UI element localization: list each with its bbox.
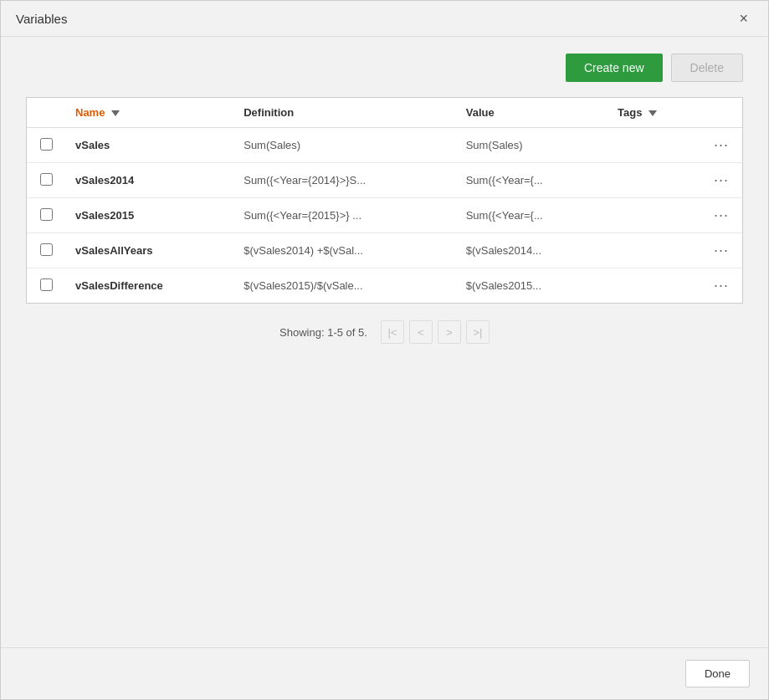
prev-page-button[interactable]: < — [409, 320, 433, 344]
row-more-button-1[interactable]: ··· — [710, 171, 732, 189]
row-checkbox-0[interactable] — [40, 138, 53, 151]
row-actions-cell: ··· — [700, 128, 742, 163]
dialog-body: Create new Delete Name Definition Value … — [1, 37, 768, 360]
table-header-row: Name Definition Value Tags — [27, 98, 742, 128]
header-name-col: Name — [65, 98, 233, 128]
row-actions-cell: ··· — [700, 268, 742, 304]
next-page-button[interactable]: > — [438, 320, 461, 344]
row-tags — [608, 233, 700, 268]
close-button[interactable]: × — [734, 9, 753, 28]
table-row: vSales2015Sum({<Year={2015}>} ...Sum({<Y… — [27, 198, 742, 233]
row-checkbox-cell — [27, 268, 65, 304]
table-row: vSales2014Sum({<Year={2014}>}S...Sum({<Y… — [27, 163, 742, 198]
toolbar: Create new Delete — [26, 54, 743, 82]
row-more-button-0[interactable]: ··· — [710, 136, 732, 154]
header-actions-col — [700, 98, 742, 128]
dialog-title: Variables — [16, 12, 67, 26]
table-row: vSalesDifference$(vSales2015)/$(vSale...… — [27, 268, 742, 304]
row-definition: Sum(Sales) — [233, 128, 455, 163]
row-definition: Sum({<Year={2015}>} ... — [233, 198, 455, 233]
row-value: Sum({<Year={... — [456, 163, 608, 198]
last-page-button[interactable]: >| — [466, 320, 490, 344]
first-page-button[interactable]: |< — [381, 320, 404, 344]
table-body: vSalesSum(Sales)Sum(Sales)···vSales2014S… — [27, 128, 742, 304]
pagination-text: Showing: 1-5 of 5. — [279, 326, 367, 339]
header-checkbox-col — [27, 98, 65, 128]
row-more-button-2[interactable]: ··· — [710, 207, 732, 224]
header-value-col: Value — [456, 98, 608, 128]
row-checkbox-2[interactable] — [40, 208, 53, 221]
row-checkbox-cell — [27, 233, 65, 268]
header-tags-col: Tags — [608, 98, 700, 128]
dialog-footer: Done — [1, 647, 768, 699]
dialog-header: Variables × — [1, 1, 768, 37]
pagination: Showing: 1-5 of 5. |< < > >| — [26, 320, 743, 344]
row-definition: $(vSales2014) +$(vSal... — [233, 233, 455, 268]
row-definition: Sum({<Year={2014}>}S... — [233, 163, 455, 198]
row-tags — [608, 163, 700, 198]
row-name: vSales — [65, 128, 233, 163]
tags-filter-icon[interactable] — [649, 110, 657, 116]
table-row: vSalesAllYears$(vSales2014) +$(vSal...$(… — [27, 233, 742, 268]
row-checkbox-cell — [27, 198, 65, 233]
row-value: $(vSales2014... — [456, 233, 608, 268]
variables-dialog: Variables × Create new Delete Name Defin… — [0, 0, 769, 700]
create-new-button[interactable]: Create new — [566, 54, 663, 82]
row-actions-cell: ··· — [700, 233, 742, 268]
row-more-button-4[interactable]: ··· — [710, 277, 732, 294]
row-value: Sum({<Year={... — [456, 198, 608, 233]
delete-button: Delete — [671, 54, 743, 82]
variables-table: Name Definition Value Tags vSalesSum(Sal… — [27, 98, 742, 303]
row-checkbox-3[interactable] — [40, 243, 53, 256]
row-name: vSalesAllYears — [65, 233, 233, 268]
row-value: Sum(Sales) — [456, 128, 608, 163]
row-actions-cell: ··· — [700, 198, 742, 233]
done-button[interactable]: Done — [685, 660, 750, 687]
row-tags — [608, 198, 700, 233]
row-name: vSalesDifference — [65, 268, 233, 304]
row-checkbox-1[interactable] — [40, 173, 53, 186]
row-name: vSales2014 — [65, 163, 233, 198]
row-checkbox-cell — [27, 128, 65, 163]
row-tags — [608, 128, 700, 163]
row-value: $(vSales2015... — [456, 268, 608, 304]
row-checkbox-4[interactable] — [40, 278, 53, 291]
row-tags — [608, 268, 700, 304]
row-checkbox-cell — [27, 163, 65, 198]
row-name: vSales2015 — [65, 198, 233, 233]
row-actions-cell: ··· — [700, 163, 742, 198]
row-more-button-3[interactable]: ··· — [710, 242, 732, 259]
name-filter-icon[interactable] — [111, 110, 120, 116]
variables-table-container: Name Definition Value Tags vSalesSum(Sal… — [26, 97, 743, 304]
table-row: vSalesSum(Sales)Sum(Sales)··· — [27, 128, 742, 163]
header-definition-col: Definition — [233, 98, 455, 128]
row-definition: $(vSales2015)/$(vSale... — [233, 268, 455, 304]
